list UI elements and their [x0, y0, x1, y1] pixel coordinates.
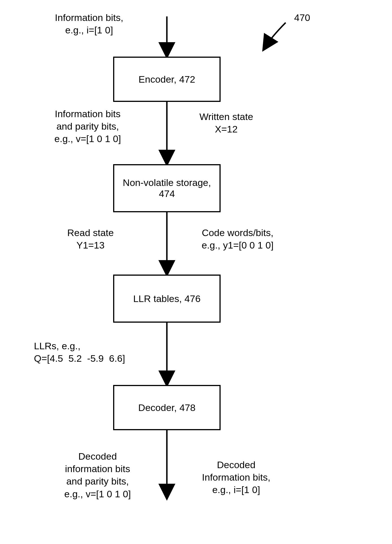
- decoder-box-text: Decoder, 478: [138, 402, 195, 413]
- storage-box-text: Non-volatile storage, 474: [117, 177, 217, 199]
- storage-llr-left-label: Read state Y1=13: [48, 226, 133, 251]
- decoder-box: Decoder, 478: [113, 385, 221, 430]
- output-right-label: Decoded Information bits, e.g., i=[1 0]: [184, 459, 288, 496]
- input-label: Information bits, e.g., i=[1 0]: [42, 11, 136, 36]
- output-left-label: Decoded information bits and parity bits…: [45, 450, 150, 500]
- figure-ref-label: 470: [294, 11, 310, 24]
- storage-llr-right-label: Code words/bits, e.g., y1=[0 0 1 0]: [181, 226, 294, 251]
- storage-box: Non-volatile storage, 474: [113, 164, 221, 212]
- encoder-box-text: Encoder, 472: [139, 74, 195, 85]
- llr-box-text: LLR tables, 476: [133, 293, 201, 304]
- enc-storage-left-label: Information bits and parity bits, e.g., …: [37, 108, 139, 145]
- llr-box: LLR tables, 476: [113, 275, 221, 323]
- flow-diagram: 470 Information bits, e.g., i=[1 0] Enco…: [11, 11, 381, 533]
- llr-decoder-left-label: LLRs, e.g., Q=[4.5 5.2 -5.9 6.6]: [34, 340, 167, 365]
- encoder-box: Encoder, 472: [113, 57, 221, 102]
- enc-storage-right-label: Written state X=12: [181, 110, 272, 135]
